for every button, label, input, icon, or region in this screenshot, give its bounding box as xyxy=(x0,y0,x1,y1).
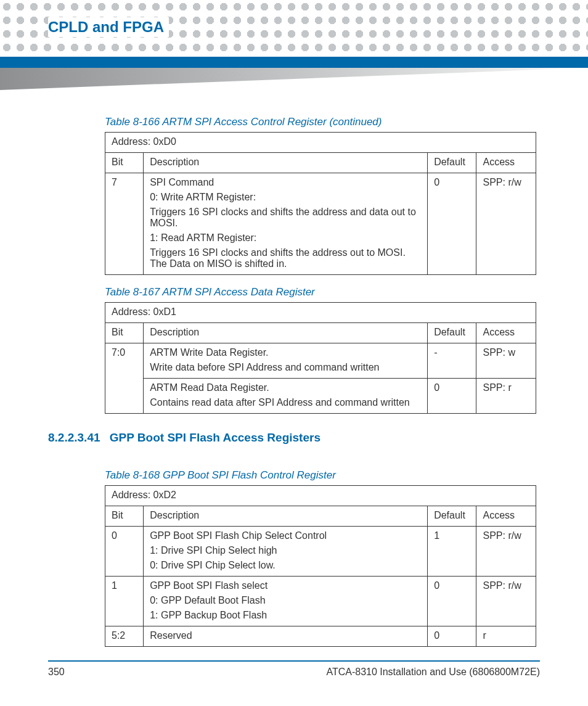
header-blue-bar xyxy=(0,57,588,68)
desc-line: Triggers 16 SPI clocks and shifts the ad… xyxy=(150,207,421,229)
table-caption: Table 8-168 GPP Boot SPI Flash Control R… xyxy=(105,469,540,482)
table-row: 1 GPP Boot SPI Flash select 0: GPP Defau… xyxy=(105,577,536,626)
table-row: 7 SPI Command 0: Write ARTM Register: Tr… xyxy=(105,173,536,275)
desc-line: 1: Read ARTM Register: xyxy=(150,232,421,244)
cell-access: r xyxy=(476,626,536,647)
desc-line: 0: Write ARTM Register: xyxy=(150,192,421,203)
desc-line: Write data before SPI Address and comman… xyxy=(150,362,421,373)
col-bit: Bit xyxy=(105,153,144,173)
desc-line: Reserved xyxy=(150,630,421,641)
desc-line: 0: Drive SPI Chip Select low. xyxy=(150,560,421,571)
desc-line: Triggers 16 SPI clocks and shifts the ad… xyxy=(150,247,421,269)
table-166: Address: 0xD0 Bit Description Default Ac… xyxy=(105,132,536,275)
desc-line: 1: GPP Backup Boot Flash xyxy=(150,610,421,621)
col-def: Default xyxy=(428,153,476,173)
table-address-row: Address: 0xD2 xyxy=(105,486,536,506)
footer-rule xyxy=(48,660,540,662)
table-address: Address: 0xD0 xyxy=(105,133,536,153)
cell-access: SPP: r/w xyxy=(476,577,536,626)
table-row: 7:0 ARTM Write Data Register. Write data… xyxy=(105,343,536,379)
col-def: Default xyxy=(428,323,476,343)
table-header-row: Bit Description Default Access xyxy=(105,506,536,527)
table-address: Address: 0xD2 xyxy=(105,486,536,506)
cell-desc: GPP Boot SPI Flash select 0: GPP Default… xyxy=(144,577,428,626)
doc-title: ATCA-8310 Installation and Use (6806800M… xyxy=(326,667,540,678)
table-header-row: Bit Description Default Access xyxy=(105,153,536,173)
col-def: Default xyxy=(428,506,476,527)
table-caption: Table 8-167 ARTM SPI Access Data Registe… xyxy=(105,286,540,298)
desc-line: 1: Drive SPI Chip Select high xyxy=(150,545,421,556)
cell-access: SPP: r/w xyxy=(476,173,536,275)
header-grey-wedge xyxy=(0,68,588,90)
section-heading: 8.2.2.3.41 GPP Boot SPI Flash Access Reg… xyxy=(48,431,540,445)
header-dot-band: CPLD and FPGA xyxy=(0,0,588,57)
cell-default: - xyxy=(428,343,476,379)
cell-default: 0 xyxy=(428,379,476,414)
col-bit: Bit xyxy=(105,506,144,527)
desc-line: 0: GPP Default Boot Flash xyxy=(150,595,421,606)
cell-default: 0 xyxy=(428,173,476,275)
table-header-row: Bit Description Default Access xyxy=(105,323,536,343)
cell-default: 0 xyxy=(428,626,476,647)
cell-bit: 5:2 xyxy=(105,626,144,647)
cell-desc: Reserved xyxy=(144,626,428,647)
col-desc: Description xyxy=(144,323,428,343)
table-167: Address: 0xD1 Bit Description Default Ac… xyxy=(105,302,536,414)
table-caption: Table 8-166 ARTM SPI Access Control Regi… xyxy=(105,116,540,128)
cell-bit: 7 xyxy=(105,173,144,275)
col-acc: Access xyxy=(476,506,536,527)
col-desc: Description xyxy=(144,153,428,173)
cell-default: 0 xyxy=(428,577,476,626)
table-row: 0 GPP Boot SPI Flash Chip Select Control… xyxy=(105,527,536,577)
cell-access: SPP: r xyxy=(476,379,536,414)
cell-default: 1 xyxy=(428,527,476,577)
cell-access: SPP: r/w xyxy=(476,527,536,577)
chapter-title: CPLD and FPGA xyxy=(48,17,169,37)
cell-desc: GPP Boot SPI Flash Chip Select Control 1… xyxy=(144,527,428,577)
col-bit: Bit xyxy=(105,323,144,343)
col-desc: Description xyxy=(144,506,428,527)
table-address: Address: 0xD1 xyxy=(105,303,536,323)
cell-bit: 7:0 xyxy=(105,343,144,414)
desc-line: Contains read data after SPI Address and… xyxy=(150,397,421,408)
table-row: 5:2 Reserved 0 r xyxy=(105,626,536,647)
desc-line: SPI Command xyxy=(150,177,421,188)
cell-access: SPP: w xyxy=(476,343,536,379)
table-row: ARTM Read Data Register. Contains read d… xyxy=(105,379,536,414)
desc-line: ARTM Write Data Register. xyxy=(150,347,421,358)
desc-line: GPP Boot SPI Flash select xyxy=(150,580,421,591)
desc-line: ARTM Read Data Register. xyxy=(150,382,421,393)
cell-bit: 0 xyxy=(105,527,144,577)
page-number: 350 xyxy=(48,667,65,678)
col-acc: Access xyxy=(476,153,536,173)
section-title: GPP Boot SPI Flash Access Registers xyxy=(110,431,321,444)
cell-desc: SPI Command 0: Write ARTM Register: Trig… xyxy=(144,173,428,275)
desc-line: GPP Boot SPI Flash Chip Select Control xyxy=(150,530,421,541)
table-address-row: Address: 0xD0 xyxy=(105,133,536,153)
col-acc: Access xyxy=(476,323,536,343)
table-address-row: Address: 0xD1 xyxy=(105,303,536,323)
table-168: Address: 0xD2 Bit Description Default Ac… xyxy=(105,485,536,647)
page-footer: 350 ATCA-8310 Installation and Use (6806… xyxy=(0,667,588,695)
cell-desc: ARTM Read Data Register. Contains read d… xyxy=(144,379,428,414)
section-number: 8.2.2.3.41 xyxy=(48,431,100,444)
cell-bit: 1 xyxy=(105,577,144,626)
cell-desc: ARTM Write Data Register. Write data bef… xyxy=(144,343,428,379)
